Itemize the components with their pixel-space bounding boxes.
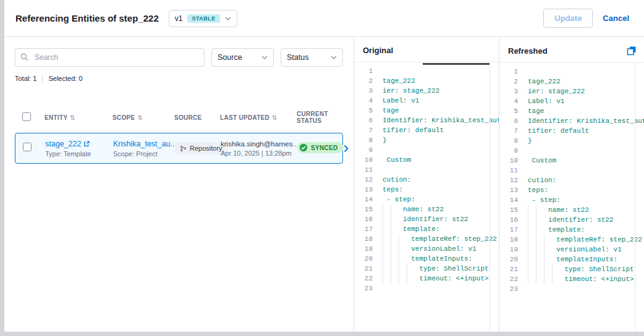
code-line: 16 identifier: st22 <box>354 214 499 224</box>
sort-icon[interactable]: ⇅ <box>272 114 278 121</box>
line-number: 8 <box>354 135 373 145</box>
select-all-checkbox[interactable] <box>22 112 31 121</box>
code-line: 17 template: <box>354 224 499 234</box>
code-text <box>383 284 499 293</box>
column-source: SOURCE <box>174 114 220 121</box>
search-icon <box>20 53 28 61</box>
code-line: 14 - step: <box>354 195 499 204</box>
code-line: 19 versionLabel: v1 <box>354 244 499 254</box>
code-text: templateRef: step_222 <box>383 234 499 244</box>
row-checkbox[interactable] <box>23 143 32 151</box>
line-number: 3 <box>354 86 373 96</box>
table-row[interactable]: stage_222 Type: Template Krishika_test_a… <box>15 133 343 164</box>
line-number: 16 <box>499 215 518 225</box>
code-text: ier: stage_222 <box>383 86 499 96</box>
sort-icon[interactable]: ⇅ <box>70 114 75 121</box>
code-text: type: ShellScript <box>383 264 499 274</box>
modal-body: Source Status Total: 1 Selected: 0 ENTIT… <box>4 38 644 332</box>
code-line: 20 templateInputs: <box>354 254 499 264</box>
line-number: 3 <box>499 86 518 96</box>
code-line: 8} <box>499 136 644 146</box>
code-text: Custom <box>383 155 499 165</box>
line-number: 12 <box>499 175 518 185</box>
code-line: 10 Custom <box>499 156 644 166</box>
code-line: 18 templateRef: step_222 <box>354 234 499 244</box>
column-entity[interactable]: ENTITY ⇅ <box>44 114 112 121</box>
code-text: tage <box>383 106 499 116</box>
code-text: teps: <box>383 185 499 195</box>
code-text: Custom <box>528 156 644 166</box>
version-select[interactable]: v1 STABLE <box>169 10 237 27</box>
code-text: } <box>528 136 644 146</box>
line-number: 1 <box>354 66 373 76</box>
line-number: 15 <box>354 204 373 214</box>
code-text <box>383 66 499 76</box>
line-number: 6 <box>354 116 373 125</box>
code-line: 17 template: <box>499 225 644 235</box>
code-line: 6Identifier: Krishika_test_aut <box>499 116 644 126</box>
code-text <box>383 165 499 175</box>
code-line: 23 <box>354 284 499 293</box>
status-filter-label: Status <box>287 53 308 62</box>
search-box <box>15 48 205 67</box>
code-line: 13teps: <box>499 185 644 195</box>
code-line: 21 type: ShellScript <box>499 264 644 274</box>
code-text: cution: <box>383 175 499 185</box>
total-count: Total: 1 <box>15 75 36 82</box>
source-badge-label: Repository <box>190 145 222 152</box>
line-number: 11 <box>499 166 518 175</box>
line-number: 18 <box>354 234 373 244</box>
line-number: 2 <box>354 76 373 86</box>
entity-link[interactable]: stage_222 <box>45 140 81 148</box>
update-button[interactable]: Update <box>543 9 593 28</box>
check-circle-icon <box>299 143 308 152</box>
code-line: 22 timeout: <+input> <box>354 274 499 284</box>
line-number: 4 <box>499 96 518 106</box>
search-input[interactable] <box>15 48 205 67</box>
column-scope-label: SCOPE <box>112 114 135 121</box>
modal-header: Referencing Entities of step_222 v1 STAB… <box>4 0 644 37</box>
original-code-editor[interactable]: 12tage_2223ier: stage_2224Label: v15tage… <box>354 62 499 332</box>
source-filter[interactable]: Source <box>211 48 274 67</box>
chevron-down-icon <box>225 17 231 20</box>
copy-icon[interactable] <box>627 46 637 56</box>
code-text: Identifier: Krishika_test_aut <box>528 116 644 126</box>
line-number: 5 <box>354 106 373 116</box>
code-line: 23 <box>499 284 644 294</box>
scope-link[interactable]: Krishika_test_au... <box>113 140 175 148</box>
entity-cell: stage_222 Type: Template <box>45 140 113 158</box>
status-badge: SYNCED <box>297 142 344 153</box>
external-link-icon[interactable] <box>83 141 90 147</box>
column-source-label: SOURCE <box>174 114 202 121</box>
line-number: 15 <box>499 205 518 215</box>
sort-icon[interactable]: ⇅ <box>138 114 143 121</box>
repository-icon <box>180 145 187 152</box>
cancel-button[interactable]: Cancel <box>603 14 629 23</box>
code-text: template: <box>383 224 499 234</box>
line-number: 19 <box>499 245 518 254</box>
code-text: cution: <box>528 175 644 185</box>
code-line: 15 name: st22 <box>499 205 644 215</box>
code-line: 11 <box>499 166 644 175</box>
line-number: 5 <box>499 106 518 116</box>
code-line: 16 identifier: st22 <box>499 215 644 225</box>
refreshed-code-editor[interactable]: 12tage_2223ier: stage_2224Label: v15tage… <box>499 63 644 332</box>
entity-type: Type: Template <box>45 150 113 158</box>
column-scope[interactable]: SCOPE ⇅ <box>112 114 174 121</box>
last-updated-cell: krishika.singh@harnes... Apr 10, 2025 | … <box>221 140 297 157</box>
line-number: 18 <box>499 235 518 245</box>
column-last-updated[interactable]: LAST UPDATED ⇅ <box>220 114 297 121</box>
code-text: identifier: st22 <box>528 215 644 225</box>
refreshed-pane: Refreshed 12tage_2223ier: stage_2224Labe… <box>499 38 644 332</box>
code-line: 9 <box>499 146 644 156</box>
column-current-status: CURRENT STATUS <box>297 111 328 124</box>
line-number: 23 <box>499 284 518 294</box>
line-number: 22 <box>499 274 518 284</box>
entities-panel: Source Status Total: 1 Selected: 0 ENTIT… <box>4 38 354 332</box>
status-filter[interactable]: Status <box>281 48 343 67</box>
line-number: 20 <box>499 254 518 264</box>
chevron-right-icon[interactable] <box>344 145 349 153</box>
code-text: timeout: <+input> <box>528 274 644 284</box>
code-line: 12cution: <box>354 175 499 185</box>
code-line: 20 templateInputs: <box>499 254 644 264</box>
